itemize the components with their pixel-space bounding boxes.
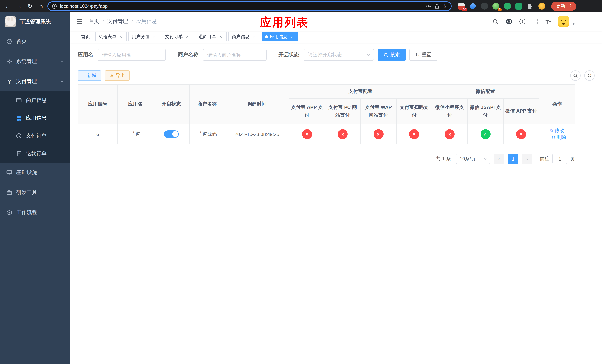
show-search-toggle-button[interactable] [570, 70, 580, 81]
cell-status [153, 124, 189, 144]
export-button-label: 导出 [116, 72, 125, 79]
browser-forward-button[interactable]: → [14, 1, 24, 11]
edit-link[interactable]: ✎ 修改 [550, 127, 564, 134]
close-icon[interactable]: × [185, 34, 190, 39]
question-mark: ? [519, 19, 525, 24]
extension-icon-green-circle[interactable] [504, 2, 511, 10]
close-icon[interactable]: × [151, 34, 157, 39]
column-header-alipay-qr: 支付宝扫码支付 [396, 99, 432, 124]
sidebar-item-system[interactable]: 系统管理 [0, 52, 70, 72]
sidebar-item-payment[interactable]: ¥ 支付管理 [0, 72, 70, 91]
sidebar-item-refund-order[interactable]: 退款订单 [0, 145, 70, 162]
extension-icon-blue-gem[interactable] [469, 2, 476, 10]
status-select[interactable]: 请选择开启状态 [304, 49, 374, 61]
help-icon[interactable]: ? [519, 19, 525, 24]
search-button[interactable]: 搜索 [378, 49, 406, 61]
github-icon[interactable] [506, 18, 512, 25]
sidebar-item-dev-tools[interactable]: 研发工具 [0, 182, 70, 203]
green-square-icon [515, 3, 522, 10]
browser-update-button[interactable]: 更新 ⋮ [551, 2, 576, 11]
dashboard-icon [6, 39, 12, 44]
next-page-button[interactable]: › [522, 154, 532, 164]
column-group-wechat-config: 微信配置 [432, 85, 539, 99]
tag-label: 商户信息 [232, 33, 249, 40]
site-info-icon[interactable] [52, 3, 57, 9]
refresh-icon: ↻ [587, 73, 591, 78]
tag-refund-order[interactable]: 退款订单 × [195, 32, 226, 42]
close-icon[interactable]: × [290, 34, 295, 39]
delete-link[interactable]: 删除 [551, 134, 566, 141]
close-icon[interactable]: × [251, 34, 257, 39]
page-size-value: 10条/页 [460, 156, 475, 162]
app-title: 芋道管理系统 [20, 19, 51, 25]
status-cross-icon: × [409, 129, 419, 139]
sidebar-item-infrastructure[interactable]: 基础设施 [0, 162, 70, 182]
profile-avatar-icon[interactable] [538, 2, 545, 10]
cell-app-name: 芋道 [118, 124, 153, 144]
search-icon[interactable] [492, 18, 499, 25]
font-size-icon[interactable]: TT [545, 18, 551, 25]
browser-reload-button[interactable]: ↻ [25, 1, 35, 11]
app-name-input[interactable] [98, 49, 166, 61]
page-size-select[interactable]: 10条/页 [456, 154, 490, 164]
sidebar-item-workflow[interactable]: 工作流程 [0, 203, 70, 223]
column-header-alipay-wap: 支付宝 WAP 网站支付 [360, 99, 396, 124]
top-navbar: 首页 / 支付管理 / 应用信息 应用列表 ? [70, 12, 602, 31]
tag-user-group[interactable]: 用户分组 × [129, 32, 160, 42]
refresh-table-button[interactable]: ↻ [584, 70, 595, 81]
sidebar-item-home[interactable]: 首页 [0, 32, 70, 52]
browser-back-button[interactable]: ← [3, 1, 13, 11]
password-key-icon[interactable] [426, 3, 431, 9]
sidebar-item-merchant-info[interactable]: 商户信息 [0, 91, 70, 109]
status-toggle[interactable] [164, 130, 179, 138]
user-avatar[interactable] [558, 16, 569, 27]
breadcrumb-home[interactable]: 首页 [89, 18, 99, 25]
export-button[interactable]: 导出 [105, 70, 129, 81]
sidebar-collapse-icon[interactable] [76, 18, 83, 25]
chevron-left-icon: ‹ [498, 156, 500, 162]
column-header-wechat-mini: 微信小程序支付 [432, 99, 467, 124]
avatar-caret-icon[interactable]: ▾ [573, 21, 575, 27]
refresh-icon: ↻ [415, 52, 420, 58]
reset-button[interactable]: ↻ 重置 [409, 49, 437, 61]
tag-home[interactable]: 首页 [78, 32, 93, 42]
trash-icon [551, 135, 556, 139]
breadcrumb-payment[interactable]: 支付管理 [107, 18, 128, 25]
close-icon[interactable]: × [118, 34, 123, 39]
add-button[interactable]: + 新增 [78, 70, 101, 81]
extension-icon-red-badge[interactable]: 10 [458, 2, 465, 10]
column-header-wechat-jsapi: 微信 JSAPI 支付 [467, 99, 503, 124]
sidebar-submenu-payment: 商户信息 应用信息 支付订单 [0, 91, 70, 162]
bookmark-star-icon[interactable]: ☆ [442, 3, 447, 10]
goto-page-input[interactable] [552, 154, 567, 164]
pagination: 共 1 条 10条/页 ‹ 1 › 前往 页 [78, 154, 575, 164]
extension-icon-green-square[interactable] [515, 2, 522, 10]
browser-menu-icon[interactable]: ⋮ [568, 3, 573, 9]
sidebar-item-pay-order[interactable]: 支付订单 [0, 127, 70, 145]
extension-icon-green-avatar[interactable]: 1 [492, 2, 499, 10]
fullscreen-icon[interactable] [532, 19, 538, 24]
app-name-label: 应用名 [78, 52, 93, 58]
close-icon[interactable]: × [218, 34, 223, 39]
prev-page-button[interactable]: ‹ [494, 154, 504, 164]
share-icon[interactable] [434, 3, 439, 9]
sidebar-logo[interactable]: 芋道管理系统 [0, 12, 70, 32]
tag-merchant-info[interactable]: 商户信息 × [228, 32, 260, 42]
tag-app-info-active[interactable]: 应用信息 × [262, 32, 298, 42]
tag-pay-order[interactable]: 支付订单 × [162, 32, 193, 42]
cell-wechat-jsapi: ✓ [467, 124, 503, 144]
pagination-total: 共 1 条 [436, 156, 451, 162]
tag-process-form[interactable]: 流程表单 × [95, 32, 127, 42]
toolbox-icon [6, 190, 12, 195]
column-header-wechat-app: 微信 APP 支付 [503, 99, 539, 124]
sidebar-item-app-info[interactable]: 应用信息 [0, 109, 70, 127]
chevron-down-icon [60, 191, 64, 195]
merchant-name-input[interactable] [203, 49, 267, 61]
extensions-puzzle-icon[interactable] [527, 2, 534, 10]
url-bar[interactable]: localhost:1024/pay/app ☆ [47, 1, 452, 11]
document-icon [16, 151, 22, 157]
page-number-1[interactable]: 1 [508, 154, 518, 164]
update-label: 更新 [556, 3, 565, 9]
browser-home-button[interactable]: ⌂ [36, 1, 46, 11]
extension-icon-dark-circle[interactable] [481, 2, 488, 10]
